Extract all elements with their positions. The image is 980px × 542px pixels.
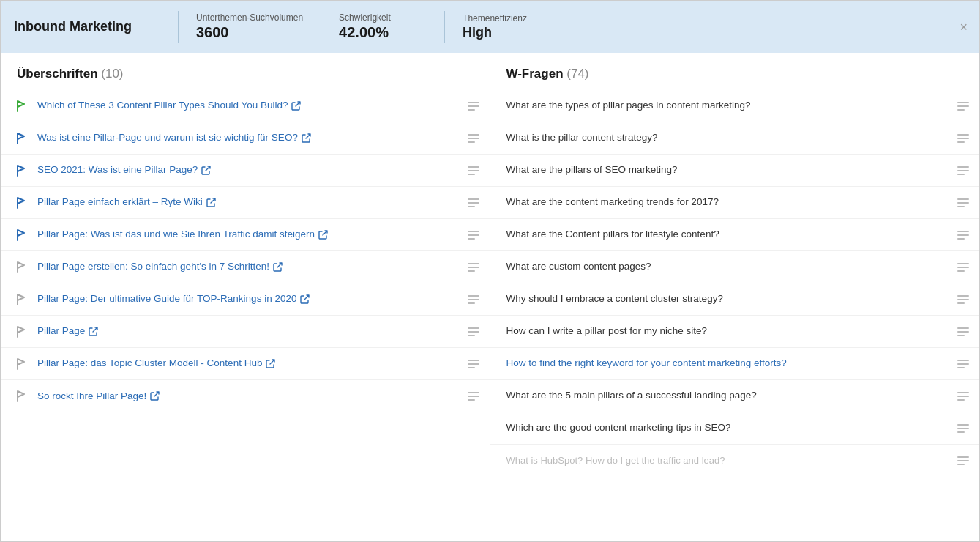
header-divider-3 xyxy=(444,11,445,43)
item-action-button[interactable] xyxy=(468,166,479,175)
right-panel-count: (74) xyxy=(566,67,588,81)
right-item-text: What are the types of pillar pages in co… xyxy=(506,99,951,113)
action-lines-icon[interactable] xyxy=(957,360,969,368)
action-lines-icon[interactable] xyxy=(468,102,479,111)
action-lines-icon[interactable] xyxy=(957,327,969,336)
item-link[interactable]: Was ist eine Pillar-Page und warum ist s… xyxy=(37,132,311,143)
item-link[interactable]: Which of These 3 Content Pillar Types Sh… xyxy=(37,100,301,111)
action-lines-icon[interactable] xyxy=(957,134,969,143)
item-action-button[interactable] xyxy=(468,327,479,336)
right-list-item: What are the Content pillars for lifesty… xyxy=(490,219,980,251)
action-lines-icon[interactable] xyxy=(468,327,479,336)
item-action-button[interactable] xyxy=(468,392,479,401)
stat-search-volume-label: Unterthemen-Suchvolumen xyxy=(196,12,303,23)
close-button[interactable]: × xyxy=(960,21,968,34)
item-link[interactable]: So rockt Ihre Pillar Page! xyxy=(37,390,160,401)
item-text: Pillar Page: das Topic Cluster Modell - … xyxy=(37,357,460,371)
item-link[interactable]: Pillar Page: Der ultimative Guide für TO… xyxy=(37,293,310,304)
item-text: Pillar Page: Was ist das und wie Sie Ihr… xyxy=(37,228,460,242)
right-panel: W-Fragen (74) What are the types of pill… xyxy=(490,53,980,541)
item-action-button[interactable] xyxy=(468,102,479,111)
item-text: Which of These 3 Content Pillar Types Sh… xyxy=(37,99,460,113)
action-lines-icon[interactable] xyxy=(957,102,969,111)
action-lines-icon[interactable] xyxy=(957,424,969,433)
item-link[interactable]: Pillar Page xyxy=(37,325,98,336)
list-item: SEO 2021: Was ist eine Pillar Page? xyxy=(1,155,490,187)
action-lines-icon[interactable] xyxy=(468,360,479,368)
action-lines-icon[interactable] xyxy=(957,263,969,272)
right-items-container: What are the types of pillar pages in co… xyxy=(490,90,980,477)
list-item: Pillar Page einfach erklärt – Ryte Wiki xyxy=(1,187,490,219)
right-list-item: What are the types of pillar pages in co… xyxy=(490,90,980,122)
right-item-action-button[interactable] xyxy=(957,134,969,143)
right-item-action-button[interactable] xyxy=(957,360,969,368)
action-lines-icon[interactable] xyxy=(957,231,969,240)
right-panel-heading: W-Fragen (74) xyxy=(490,67,980,90)
page-title: Inbound Marketing xyxy=(14,18,160,35)
right-item-action-button[interactable] xyxy=(957,102,969,111)
right-list-item: How can I write a pillar post for my nic… xyxy=(490,316,980,348)
right-item-action-button[interactable] xyxy=(957,456,969,465)
list-item: Pillar Page erstellen: So einfach geht's… xyxy=(1,251,490,283)
action-lines-icon[interactable] xyxy=(957,456,969,465)
right-item-text: How to find the right keyword for your c… xyxy=(506,357,951,371)
list-item: Pillar Page: Der ultimative Guide für TO… xyxy=(1,283,490,316)
right-item-action-button[interactable] xyxy=(957,392,969,401)
right-list-item: What are the pillars of SEO marketing? xyxy=(490,155,980,187)
item-link[interactable]: Pillar Page: das Topic Cluster Modell - … xyxy=(37,357,275,368)
item-link[interactable]: SEO 2021: Was ist eine Pillar Page? xyxy=(37,164,211,175)
left-items-container: Which of These 3 Content Pillar Types Sh… xyxy=(1,90,490,412)
action-lines-icon[interactable] xyxy=(468,392,479,401)
action-lines-icon[interactable] xyxy=(468,263,479,272)
left-panel-count: (10) xyxy=(101,67,123,81)
header-divider-1 xyxy=(178,11,179,43)
right-item-text: Which are the good content marketing tip… xyxy=(506,421,951,435)
right-item-action-button[interactable] xyxy=(957,295,969,304)
action-lines-icon[interactable] xyxy=(468,231,479,240)
action-lines-icon[interactable] xyxy=(468,295,479,304)
right-panel-title: W-Fragen xyxy=(506,67,564,81)
action-lines-icon[interactable] xyxy=(957,198,969,207)
left-panel: Überschriften (10) Which of These 3 Cont… xyxy=(1,53,490,541)
left-panel-title: Überschriften xyxy=(17,67,98,81)
main-content: Überschriften (10) Which of These 3 Cont… xyxy=(1,53,979,541)
right-item-action-button[interactable] xyxy=(957,424,969,433)
list-item: Pillar Page: Was ist das und wie Sie Ihr… xyxy=(1,219,490,251)
list-item: So rockt Ihre Pillar Page! xyxy=(1,380,490,412)
item-action-button[interactable] xyxy=(468,198,479,207)
item-action-button[interactable] xyxy=(468,134,479,143)
item-flag-icon xyxy=(14,130,30,146)
item-link[interactable]: Pillar Page: Was ist das und wie Sie Ihr… xyxy=(37,229,328,240)
right-item-action-button[interactable] xyxy=(957,231,969,240)
action-lines-icon[interactable] xyxy=(468,166,479,175)
right-list-item: What are the 5 main pillars of a success… xyxy=(490,380,980,412)
right-item-text: What are the Content pillars for lifesty… xyxy=(506,228,951,242)
right-item-action-button[interactable] xyxy=(957,198,969,207)
item-link[interactable]: Pillar Page erstellen: So einfach geht's… xyxy=(37,261,283,272)
action-lines-icon[interactable] xyxy=(957,295,969,304)
stat-efficiency-label: Themeneffizienz xyxy=(463,13,550,23)
item-action-button[interactable] xyxy=(468,295,479,304)
item-action-button[interactable] xyxy=(468,360,479,368)
right-item-text: What is HubSpot? How do I get the traffi… xyxy=(506,454,951,467)
action-lines-icon[interactable] xyxy=(957,392,969,401)
action-lines-icon[interactable] xyxy=(468,134,479,143)
item-flag-icon xyxy=(14,227,30,243)
item-action-button[interactable] xyxy=(468,263,479,272)
item-action-button[interactable] xyxy=(468,231,479,240)
list-item: Which of These 3 Content Pillar Types Sh… xyxy=(1,90,490,122)
action-lines-icon[interactable] xyxy=(957,166,969,175)
stat-efficiency: Themeneffizienz High xyxy=(463,13,550,40)
right-item-action-button[interactable] xyxy=(957,166,969,175)
right-item-action-button[interactable] xyxy=(957,327,969,336)
right-item-text: What are the content marketing trends fo… xyxy=(506,196,951,209)
item-text: Pillar Page einfach erklärt – Ryte Wiki xyxy=(37,196,460,209)
header: Inbound Marketing Unterthemen-Suchvolume… xyxy=(1,1,979,53)
item-flag-icon xyxy=(14,388,30,404)
right-list-item: What are custom content pages? xyxy=(490,251,980,283)
stat-efficiency-value: High xyxy=(463,25,550,40)
item-flag-icon xyxy=(14,195,30,211)
action-lines-icon[interactable] xyxy=(468,198,479,207)
right-item-action-button[interactable] xyxy=(957,263,969,272)
item-link[interactable]: Pillar Page einfach erklärt – Ryte Wiki xyxy=(37,196,216,207)
